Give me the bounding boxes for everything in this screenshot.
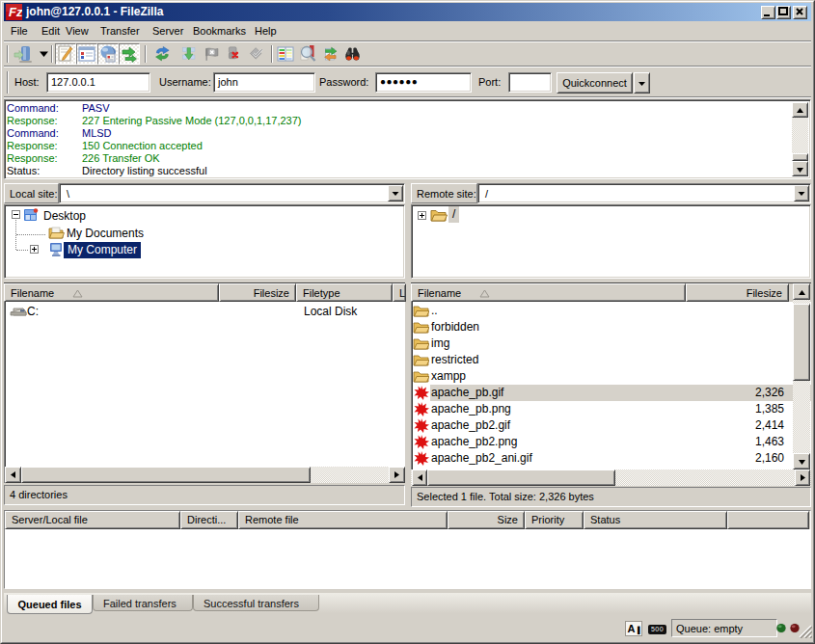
svg-text:Fz: Fz [9, 5, 22, 19]
